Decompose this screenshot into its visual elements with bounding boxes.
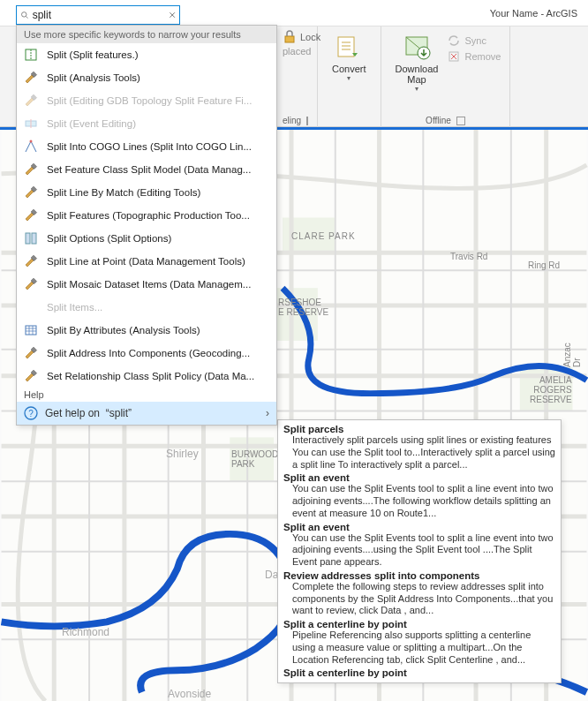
help-result[interactable]: Split an eventYou can use the Split Even… [283,522,555,569]
search-result-item[interactable]: Split Into COGO Lines (Split Into COGO L… [17,135,276,158]
search-input[interactable] [29,9,169,21]
group-labeling: eling [283,116,301,125]
cogo-icon [24,139,38,154]
hammer-icon [24,369,38,383]
result-label: Split By Attributes (Analysis Tools) [47,325,200,335]
svg-point-10 [22,12,26,17]
help-result[interactable]: Review addresses split into componentsCo… [283,570,555,617]
road-label: Travis Rd [450,252,487,261]
sync-label: Sync [464,35,486,46]
dropdown-hint: Use more specific keywords to narrow you… [17,26,276,43]
help-body: You can use the Split Events tool to spl… [283,532,555,569]
help-result[interactable]: Split an eventYou can use the Split Even… [283,472,555,519]
dialog-launcher-icon[interactable] [456,117,465,125]
hammer-icon [24,254,38,268]
sync-button[interactable]: Sync [447,34,501,48]
result-label: Set Relationship Class Split Policy (Dat… [47,371,254,381]
result-label: Split Address Into Components (Geocoding… [47,348,250,358]
help-result[interactable]: Split parcelsInteractively split parcels… [283,424,555,471]
help-title: Split parcels [283,424,555,434]
result-label: Split Into COGO Lines (Split Into COGO L… [47,141,252,152]
remove-label: Remove [464,51,501,62]
hammer-icon [24,71,38,85]
hammer-icon [24,162,38,177]
result-label: Split Mosaic Dataset Items (Data Managem… [47,279,251,290]
help-results-panel[interactable]: Split parcelsInteractively split parcels… [277,419,562,683]
download-map-button[interactable]: Download Map ▾ [390,30,444,96]
get-help-label: Get help on “split” [45,407,132,419]
place-label: Avonside [168,688,211,700]
search-result-item[interactable]: Split (Analysis Tools) [17,66,276,89]
help-result[interactable]: Split a centerline by pointPipeline Refe… [283,619,555,666]
search-result-item[interactable]: Split Mosaic Dataset Items (Data Managem… [17,273,276,296]
download-label: Download Map [396,64,439,85]
convert-label: Convert [332,64,366,74]
result-label: Split Options (Split Options) [47,233,171,244]
hammer-icon [24,208,38,222]
search-result-item[interactable]: Split Items... [17,296,276,319]
lock-button[interactable]: Lock [283,30,320,44]
search-icon [20,9,29,21]
placed-button[interactable]: placed [283,46,320,57]
place-label: Shirley [166,448,199,460]
clear-icon[interactable] [169,10,176,20]
help-title: Review addresses split into components [283,570,555,581]
map-label: AMELIA ROGERS RESERVE [530,375,572,404]
help-title: Split a centerline by point [283,667,555,678]
table-icon [24,323,38,337]
split-opt-icon [24,231,38,245]
help-title: Split an event [283,472,555,483]
road-label: Anzac Dr [562,335,582,367]
get-help-row[interactable]: ? Get help on “split” › [17,402,276,425]
none-icon [24,300,38,314]
chevron-right-icon: › [266,407,269,419]
help-body: Complete the following steps to review a… [283,581,555,617]
help-body: Pipeline Referencing also supports split… [283,629,555,666]
split-tool-icon [24,48,38,62]
help-body: Interactively split parcels using split … [283,434,555,471]
search-result-item[interactable]: Set Feature Class Split Model (Data Mana… [17,158,276,181]
result-label: Split (Event Editing) [47,118,136,129]
result-label: Split (Split features.) [47,49,139,60]
search-result-item[interactable]: Split By Attributes (Analysis Tools) [17,319,276,342]
hammer-icon [24,94,38,108]
search-box[interactable] [16,5,180,25]
remove-button[interactable]: Remove [447,49,501,64]
help-result[interactable]: Split a centerline by point [283,667,555,678]
hammer-icon [24,346,38,360]
convert-button[interactable]: Convert ▾ [327,30,372,86]
search-result-item[interactable]: Split (Editing GDB Topology Split Featur… [17,89,276,112]
search-result-item[interactable]: Set Relationship Class Split Policy (Dat… [17,365,276,388]
split-event-icon [24,117,38,131]
help-icon: ? [24,406,38,420]
search-result-item[interactable]: Split (Split features.) [17,43,276,66]
map-label: RSESHOE E RESERVE [278,298,328,317]
search-result-item[interactable]: Split (Event Editing) [17,112,276,135]
result-label: Split (Editing GDB Topology Split Featur… [47,95,252,106]
dropdown-list: Split (Split features.)Split (Analysis T… [17,43,276,388]
result-label: Split Line By Match (Editing Tools) [47,187,200,198]
search-result-item[interactable]: Split Address Into Components (Geocoding… [17,342,276,365]
dialog-launcher-icon[interactable] [306,117,308,125]
road-label: Ring Rd [528,260,560,270]
result-label: Split Features (Topographic Production T… [47,210,250,221]
help-section-label: Help [17,388,276,402]
map-label: CLARE PARK [291,231,356,241]
help-title: Split an event [283,522,555,532]
map-label: BURWOOD PARK [231,449,278,469]
search-dropdown: Use more specific keywords to narrow you… [16,25,277,426]
help-body: You can use the Split Events tool to spl… [283,483,555,519]
search-result-item[interactable]: Split Features (Topographic Production T… [17,204,276,227]
search-result-item[interactable]: Split Line at Point (Data Management Too… [17,250,276,273]
search-result-item[interactable]: Split Options (Split Options) [17,227,276,250]
title-text: Your Name - ArcGIS [490,8,577,19]
place-label: Richmond [62,626,109,638]
hammer-icon [24,185,38,200]
svg-text:?: ? [28,409,34,418]
svg-rect-1 [338,37,354,57]
search-result-item[interactable]: Split Line By Match (Editing Tools) [17,181,276,204]
svg-rect-0 [285,36,294,42]
result-label: Set Feature Class Split Model (Data Mana… [47,164,251,175]
hammer-icon [24,277,38,291]
placed-label: placed [283,46,311,57]
